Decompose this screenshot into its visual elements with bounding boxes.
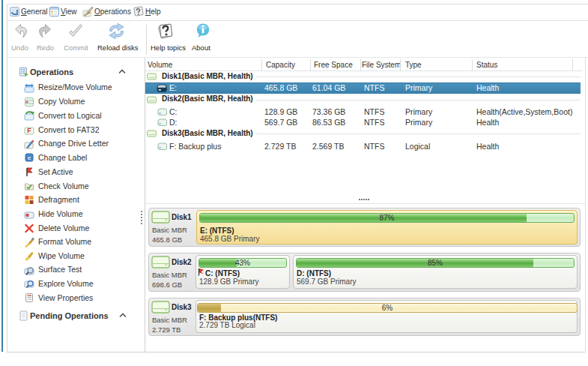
svg-text:F: F	[27, 127, 31, 134]
svg-text:e: e	[28, 154, 31, 161]
